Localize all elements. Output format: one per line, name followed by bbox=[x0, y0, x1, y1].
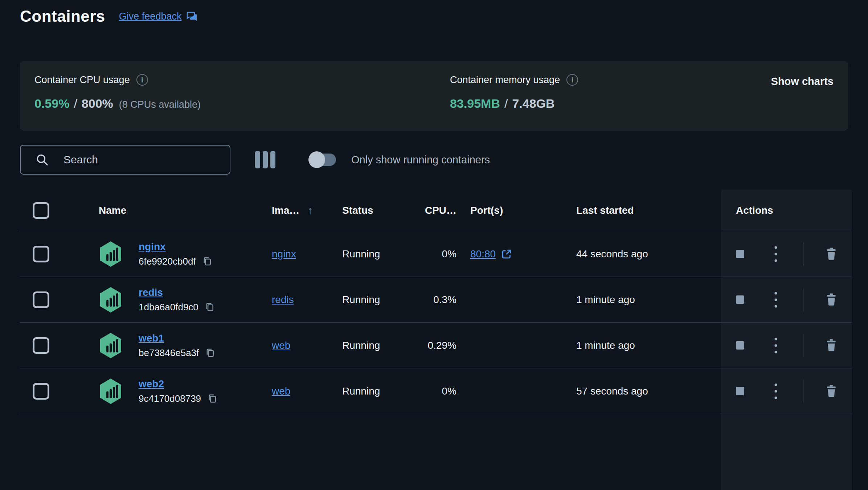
container-id: 1dba6a0fd9c0 bbox=[139, 302, 198, 313]
image-link[interactable]: web bbox=[272, 385, 290, 397]
container-icon bbox=[99, 378, 123, 405]
more-actions-icon[interactable] bbox=[771, 291, 781, 309]
give-feedback-label: Give feedback bbox=[119, 11, 182, 22]
divider bbox=[803, 334, 803, 357]
image-link[interactable]: web bbox=[272, 340, 290, 351]
last-started-text: 1 minute ago bbox=[576, 340, 635, 351]
cpu-usage-label: Container CPU usage bbox=[34, 74, 130, 86]
containers-page: Containers Give feedback Container CPU u… bbox=[0, 0, 868, 490]
cpu-separator: / bbox=[74, 97, 77, 111]
divider bbox=[803, 288, 803, 311]
resource-usage-card: Container CPU usage i 0.59% / 800% (8 CP… bbox=[20, 61, 848, 131]
container-icon bbox=[99, 241, 123, 268]
container-id: 6fe9920cb0df bbox=[139, 256, 196, 267]
container-id: be73846e5a3f bbox=[139, 347, 199, 359]
memory-used-value: 83.95MB bbox=[450, 97, 500, 111]
status-text: Running bbox=[342, 248, 380, 260]
cpu-percent: 0.29% bbox=[428, 340, 456, 351]
container-icon bbox=[99, 332, 123, 359]
header-ports[interactable]: Port(s) bbox=[456, 190, 576, 231]
cpu-percent: 0.3% bbox=[433, 294, 456, 306]
row-checkbox[interactable] bbox=[33, 246, 49, 262]
column-settings-button[interactable] bbox=[255, 151, 275, 168]
table-row: nginx 6fe9920cb0df nginx Running 0% 80:8… bbox=[20, 231, 852, 277]
cpu-percent: 0% bbox=[442, 248, 456, 260]
port-link[interactable]: 80:80 bbox=[470, 248, 512, 260]
delete-icon[interactable] bbox=[824, 383, 838, 399]
stop-button[interactable] bbox=[736, 295, 744, 304]
copy-icon[interactable] bbox=[205, 347, 216, 358]
image-link[interactable]: nginx bbox=[272, 248, 296, 260]
delete-icon[interactable] bbox=[824, 338, 838, 354]
select-all-checkbox[interactable] bbox=[33, 202, 49, 219]
status-text: Running bbox=[342, 385, 380, 397]
more-actions-icon[interactable] bbox=[771, 382, 781, 400]
copy-icon[interactable] bbox=[202, 256, 213, 267]
last-started-text: 1 minute ago bbox=[576, 294, 635, 306]
row-checkbox[interactable] bbox=[33, 291, 49, 308]
more-actions-icon[interactable] bbox=[771, 245, 781, 263]
divider bbox=[803, 242, 803, 266]
info-icon[interactable]: i bbox=[136, 74, 148, 86]
info-icon[interactable]: i bbox=[566, 74, 578, 86]
header-last-started[interactable]: Last started bbox=[576, 190, 721, 231]
last-started-text: 44 seconds ago bbox=[576, 248, 648, 260]
header-name[interactable]: Name bbox=[99, 190, 271, 231]
columns-icon bbox=[263, 151, 268, 168]
cpu-used-value: 0.59% bbox=[34, 97, 69, 111]
container-icon bbox=[99, 286, 123, 313]
header-actions: Actions bbox=[721, 190, 852, 231]
running-only-toggle-label: Only show running containers bbox=[351, 154, 490, 166]
table-header-row: Name Ima… ↑ Status CPU… Port(s) Last sta… bbox=[20, 190, 852, 231]
containers-table: Name Ima… ↑ Status CPU… Port(s) Last sta… bbox=[20, 190, 852, 414]
stop-button[interactable] bbox=[736, 250, 744, 258]
stop-button[interactable] bbox=[736, 341, 744, 350]
table-row: redis 1dba6a0fd9c0 redis Running 0.3% 1 … bbox=[20, 277, 852, 323]
page-title: Containers bbox=[20, 7, 105, 25]
search-box bbox=[20, 145, 230, 175]
delete-icon[interactable] bbox=[824, 292, 838, 308]
columns-icon bbox=[270, 151, 275, 168]
search-icon bbox=[34, 152, 50, 167]
more-actions-icon[interactable] bbox=[771, 336, 781, 355]
memory-usage-label: Container memory usage bbox=[450, 74, 560, 86]
stop-button[interactable] bbox=[736, 387, 744, 395]
feedback-icon bbox=[186, 10, 198, 23]
last-started-text: 57 seconds ago bbox=[576, 385, 648, 397]
header-cpu[interactable]: CPU… bbox=[399, 190, 456, 231]
copy-icon[interactable] bbox=[207, 393, 218, 404]
container-name-link[interactable]: web2 bbox=[139, 378, 218, 390]
toolbar: Only show running containers bbox=[20, 144, 490, 175]
status-text: Running bbox=[342, 340, 380, 351]
divider bbox=[803, 380, 803, 403]
image-link[interactable]: redis bbox=[272, 294, 294, 306]
row-checkbox[interactable] bbox=[33, 337, 49, 354]
toggle-knob-icon bbox=[308, 151, 325, 168]
container-id: 9c4170d08739 bbox=[139, 393, 201, 404]
container-name-link[interactable]: redis bbox=[139, 287, 215, 298]
sort-ascending-icon: ↑ bbox=[307, 204, 313, 217]
copy-icon[interactable] bbox=[204, 302, 215, 313]
memory-total-value: 7.48GB bbox=[512, 97, 554, 111]
cpu-percent: 0% bbox=[442, 385, 456, 397]
header-image[interactable]: Ima… ↑ bbox=[271, 190, 341, 231]
search-input[interactable] bbox=[64, 154, 216, 166]
container-name-link[interactable]: nginx bbox=[139, 241, 213, 253]
running-only-toggle[interactable] bbox=[310, 151, 336, 168]
container-name-link[interactable]: web1 bbox=[139, 332, 216, 344]
row-checkbox[interactable] bbox=[33, 383, 49, 400]
cpu-total-value: 800% bbox=[82, 97, 113, 111]
table-row: web2 9c4170d08739 web Running 0% 57 seco… bbox=[20, 368, 852, 414]
memory-separator: / bbox=[504, 97, 508, 111]
header-status[interactable]: Status bbox=[341, 190, 399, 231]
give-feedback-link[interactable]: Give feedback bbox=[119, 10, 198, 23]
cpu-available-note: (8 CPUs available) bbox=[119, 99, 201, 110]
show-charts-button[interactable]: Show charts bbox=[771, 75, 834, 87]
status-text: Running bbox=[342, 294, 380, 306]
page-header: Containers Give feedback bbox=[20, 7, 198, 25]
table-row: web1 be73846e5a3f web Running 0.29% 1 mi… bbox=[20, 323, 852, 368]
columns-icon bbox=[255, 151, 260, 168]
open-external-icon bbox=[501, 248, 512, 260]
delete-icon[interactable] bbox=[824, 246, 838, 262]
